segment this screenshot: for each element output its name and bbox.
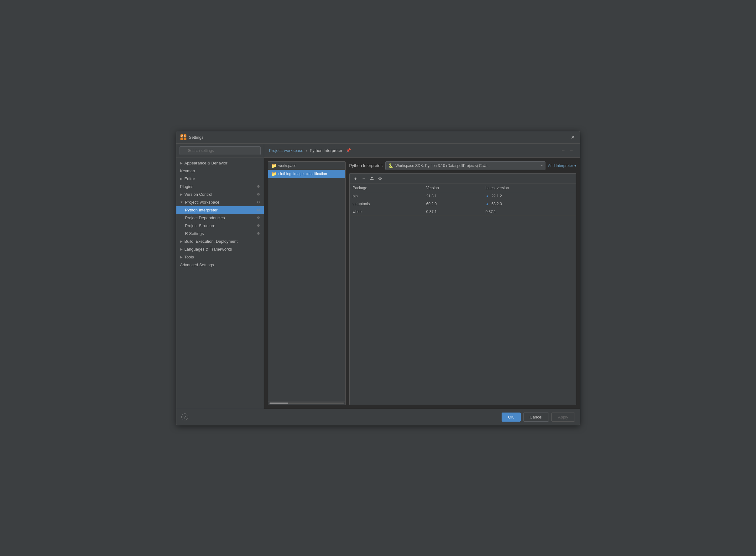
breadcrumb-current: Python Interpreter — [310, 148, 342, 153]
settings-icon: ⚙ — [257, 200, 260, 204]
sidebar-item-label: Tools — [184, 255, 194, 259]
sidebar-item-build-execution[interactable]: ▶ Build, Execution, Deployment — [176, 237, 264, 245]
packages-table-container: Package Version Latest version pip 21.3.… — [350, 184, 576, 405]
tree-item-clothing[interactable]: 📁 clothing_image_classification — [268, 170, 345, 178]
sidebar-item-keymap[interactable]: Keymap — [176, 167, 264, 175]
panel-body: 📁 workspace 📁 clothing_image_classificat… — [264, 158, 580, 409]
dropdown-arrow-icon: ▾ — [541, 164, 543, 167]
upgrade-icon: ▲ — [485, 202, 489, 206]
table-row[interactable]: pip 21.3.1 ▲ 22.1.2 — [350, 192, 576, 200]
tree-item-label: clothing_image_classification — [278, 172, 327, 176]
update-package-button[interactable] — [369, 175, 375, 182]
table-toolbar: + − — [350, 174, 576, 184]
sidebar-item-label: Build, Execution, Deployment — [184, 239, 238, 244]
interpreter-selector: Python Interpreter: 🐍 Workspace SDK: Pyt… — [349, 161, 576, 170]
sidebar-item-label: Python Interpreter — [185, 208, 218, 212]
sdk-text: Workspace SDK: Python 3.10 (DataspellPro… — [396, 164, 539, 168]
interpreter-panel: Python Interpreter: 🐍 Workspace SDK: Pyt… — [349, 161, 576, 405]
close-button[interactable]: ✕ — [570, 134, 576, 140]
ok-button[interactable]: OK — [502, 413, 521, 422]
nav-arrows: ← → — [560, 147, 575, 153]
sidebar-item-label: Languages & Frameworks — [184, 247, 232, 251]
sidebar-item-label: Project Structure — [185, 223, 215, 228]
chevron-right-icon: ▶ — [180, 177, 183, 180]
sidebar-item-advanced-settings[interactable]: Advanced Settings — [176, 261, 264, 269]
settings-icon: ⚙ — [257, 184, 260, 188]
main-content: 🔍 ▶ Appearance & Behavior Keymap ▶ Edito… — [176, 144, 580, 409]
settings-icon: ⚙ — [257, 192, 260, 197]
settings-icon: ⚙ — [257, 224, 260, 228]
sidebar-item-project-workspace[interactable]: ▼ Project: workspace ⚙ — [176, 198, 264, 206]
sidebar-item-plugins[interactable]: Plugins ⚙ — [176, 183, 264, 190]
sidebar-item-label: Editor — [184, 176, 195, 181]
chevron-right-icon: ▶ — [180, 161, 183, 165]
sidebar-item-label: Version Control — [184, 192, 212, 197]
settings-window: D S Settings ✕ 🔍 ▶ Appearance & Behavior — [176, 131, 580, 425]
title-bar: D S Settings ✕ — [176, 131, 580, 144]
help-button[interactable]: ? — [181, 414, 188, 420]
package-latest-version: ▲ 63.2.0 — [482, 200, 576, 208]
tree-item-label: workspace — [278, 164, 297, 168]
upgrade-icon: ▲ — [485, 194, 489, 198]
package-latest-version: 0.37.1 — [482, 208, 576, 215]
breadcrumb-separator: › — [306, 148, 307, 153]
sidebar-item-label: Advanced Settings — [180, 263, 214, 267]
package-name: setuptools — [350, 200, 423, 208]
remove-package-button[interactable]: − — [360, 175, 367, 182]
search-wrap: 🔍 — [179, 146, 261, 155]
package-table: + − — [349, 173, 576, 405]
column-package[interactable]: Package — [350, 184, 423, 192]
sidebar-item-tools[interactable]: ▶ Tools — [176, 253, 264, 261]
table-header-row: Package Version Latest version — [350, 184, 576, 192]
apply-button[interactable]: Apply — [551, 413, 575, 422]
forward-arrow[interactable]: → — [568, 147, 575, 153]
package-latest-version: ▲ 22.1.2 — [482, 192, 576, 200]
sidebar: 🔍 ▶ Appearance & Behavior Keymap ▶ Edito… — [176, 144, 264, 409]
search-input[interactable] — [179, 146, 261, 155]
package-name: wheel — [350, 208, 423, 215]
sidebar-item-r-settings[interactable]: R Settings ⚙ — [176, 230, 264, 237]
scrollbar-track — [269, 403, 344, 404]
packages-table: Package Version Latest version pip 21.3.… — [350, 184, 576, 216]
chevron-right-icon: ▶ — [180, 240, 183, 243]
chevron-right-icon: ▶ — [180, 247, 183, 251]
add-package-button[interactable]: + — [352, 175, 359, 182]
package-version: 60.2.0 — [423, 200, 482, 208]
sidebar-item-version-control[interactable]: ▶ Version Control ⚙ — [176, 190, 264, 198]
sidebar-item-label: Keymap — [180, 169, 195, 173]
bottom-buttons: OK Cancel Apply — [502, 413, 575, 422]
chevron-down-icon: ▼ — [180, 201, 183, 204]
column-version[interactable]: Version — [423, 184, 482, 192]
right-panel: Project: workspace › Python Interpreter … — [264, 144, 580, 409]
sidebar-item-languages-frameworks[interactable]: ▶ Languages & Frameworks — [176, 245, 264, 253]
tree-item-workspace[interactable]: 📁 workspace — [268, 162, 345, 170]
bottom-bar: ? OK Cancel Apply — [176, 409, 580, 425]
interpreter-dropdown[interactable]: 🐍 Workspace SDK: Python 3.10 (DataspellP… — [385, 161, 546, 170]
scrollbar-thumb[interactable] — [269, 403, 288, 404]
svg-point-7 — [379, 178, 380, 179]
svg-text:S: S — [184, 135, 186, 137]
pin-icon[interactable]: 📌 — [346, 148, 351, 152]
table-row[interactable]: setuptools 60.2.0 ▲ 63.2.0 — [350, 200, 576, 208]
sidebar-item-label: R Settings — [185, 231, 204, 236]
breadcrumb-parent[interactable]: Project: workspace — [269, 148, 304, 153]
sidebar-item-appearance[interactable]: ▶ Appearance & Behavior — [176, 159, 264, 167]
cancel-button[interactable]: Cancel — [523, 413, 549, 422]
sidebar-item-project-structure[interactable]: Project Structure ⚙ — [176, 222, 264, 230]
add-interpreter-button[interactable]: Add Interpreter ▾ — [548, 164, 576, 168]
horizontal-scrollbar[interactable] — [268, 402, 345, 405]
chevron-right-icon: ▶ — [180, 193, 183, 196]
sidebar-item-label: Project Dependencies — [185, 215, 225, 220]
package-version: 0.37.1 — [423, 208, 482, 215]
interpreter-label: Python Interpreter: — [349, 163, 383, 168]
back-arrow[interactable]: ← — [560, 147, 567, 153]
sidebar-item-project-dependencies[interactable]: Project Dependencies ⚙ — [176, 214, 264, 222]
package-version: 21.3.1 — [423, 192, 482, 200]
table-row[interactable]: wheel 0.37.1 0.37.1 — [350, 208, 576, 215]
settings-icon: ⚙ — [257, 232, 260, 236]
sidebar-item-python-interpreter[interactable]: Python Interpreter ⚙ — [176, 206, 264, 214]
sidebar-item-editor[interactable]: ▶ Editor — [176, 175, 264, 183]
settings-icon: ⚙ — [257, 208, 260, 212]
column-latest-version[interactable]: Latest version — [482, 184, 576, 192]
view-package-button[interactable] — [377, 175, 383, 182]
